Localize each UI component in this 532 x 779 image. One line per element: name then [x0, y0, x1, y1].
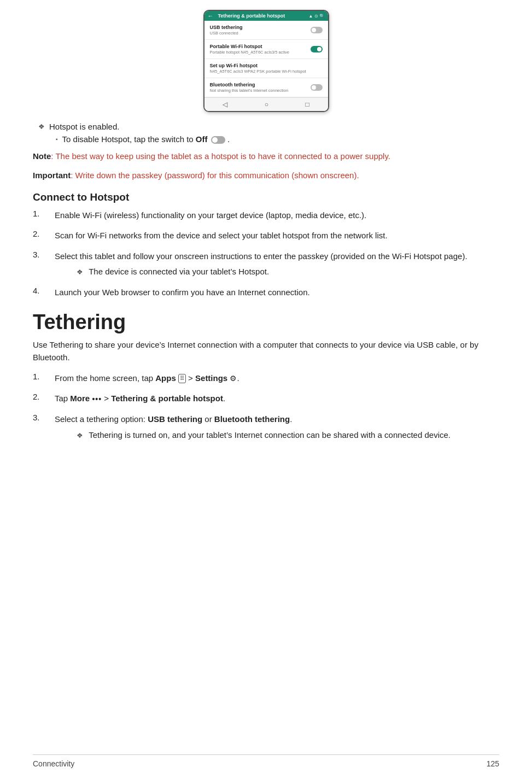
setup-hotspot-title: Set up Wi-Fi hotspot	[210, 63, 323, 68]
nav-recents-btn: □	[306, 101, 309, 108]
connect-to-hotspot-heading: Connect to Hotspot	[33, 191, 499, 203]
tethering-bullet-text: Tethering is turned on, and your tablet’…	[89, 430, 451, 440]
note-line: Note: The best way to keep using the tab…	[33, 150, 499, 163]
diamond-icon-3: ❖	[77, 431, 83, 440]
square-icon: ▪	[56, 136, 58, 142]
wifi-hotspot-toggle	[311, 46, 323, 52]
wifi-hotspot-subtitle: Portable hotspot N45_A5T6C acls3/5 activ…	[210, 50, 311, 55]
connect-step-4: 4. Launch your Web browser to confirm yo…	[33, 286, 499, 298]
usb-tethering-toggle	[311, 27, 323, 33]
phone-item-wifi-hotspot: Portable Wi-Fi hotspot Portable hotspot …	[204, 40, 328, 59]
toggle-off-inline-icon	[211, 136, 225, 144]
tethering-heading: Tethering	[33, 311, 499, 334]
step-text-3: Select this tablet and follow your onscr…	[55, 251, 467, 261]
phone-item-bluetooth: Bluetooth tethering Not sharing this tab…	[204, 78, 328, 97]
tethering-step-num-1: 1.	[33, 372, 55, 381]
step-num-4: 4.	[33, 286, 55, 295]
phone-item-usb-tethering: USB tethering USB connected	[204, 21, 328, 40]
disable-hotspot-text: To disable Hotspot, tap the switch to Of…	[62, 134, 230, 144]
footer-left: Connectivity	[33, 759, 74, 768]
phone-item-setup-hotspot: Set up Wi-Fi hotspot N45_A5T6C acls3 WPA…	[204, 59, 328, 78]
step-num-3: 3.	[33, 250, 55, 259]
step3-sub-bullet: ❖ The device is connected via your table…	[77, 267, 499, 276]
tethering-step-num-2: 2.	[33, 392, 55, 401]
wifi-hotspot-title: Portable Wi-Fi hotspot	[210, 44, 311, 49]
connect-step-1: 1. Enable Wi-Fi (wireless) functionality…	[33, 209, 499, 221]
search-icon: 🔍	[319, 14, 325, 19]
step-num-1: 1.	[33, 209, 55, 218]
phone-status-bar: ← Tethering & portable hotspot ▲ ⊙ 🔍	[204, 11, 328, 21]
bluetooth-title: Bluetooth tethering	[210, 82, 311, 87]
nav-home-btn: ○	[265, 101, 268, 108]
wifi-icon: ⊙	[314, 14, 318, 19]
phone-frame: ← Tethering & portable hotspot ▲ ⊙ 🔍 USB…	[203, 10, 329, 112]
important-label: Important	[33, 171, 71, 180]
tethering-step-num-3: 3.	[33, 413, 55, 422]
diamond-icon: ❖	[38, 122, 45, 131]
setup-hotspot-subtitle: N45_A5T6C acls3 WPA2 PSK portable Wi-Fi …	[210, 69, 323, 74]
nav-back-btn: ◁	[223, 101, 227, 108]
status-icons: ▲ ⊙ 🔍	[309, 14, 325, 19]
phone-screenshot-container: ← Tethering & portable hotspot ▲ ⊙ 🔍 USB…	[33, 10, 499, 112]
important-text: : Write down the passkey (password) for …	[71, 171, 359, 180]
note-text: : The best way to keep using the tablet …	[51, 151, 390, 161]
connect-steps-list: 1. Enable Wi-Fi (wireless) functionality…	[33, 209, 499, 298]
bluetooth-toggle	[311, 84, 323, 91]
tethering-step-text-2: Tap More ••• > Tethering & portable hots…	[55, 392, 499, 405]
settings-icon: ⚙	[230, 373, 237, 385]
phone-nav-bar: ◁ ○ □	[204, 97, 328, 111]
note-label: Note	[33, 151, 51, 161]
tethering-intro: Use Tethering to share your device’s Int…	[33, 338, 499, 364]
step3-bullet-text: The device is connected via your tablet’…	[89, 267, 269, 276]
important-line: Important: Write down the passkey (passw…	[33, 169, 499, 182]
step-text-1: Enable Wi-Fi (wireless) functionality on…	[55, 209, 499, 221]
phone-screen-title: Tethering & portable hotspot	[218, 13, 307, 19]
more-icon: •••	[92, 394, 102, 406]
page-footer: Connectivity 125	[33, 754, 499, 768]
step-text-2: Scan for Wi-Fi networks from the device …	[55, 229, 499, 242]
tethering-step-3: 3. Select a tethering option: USB tether…	[33, 413, 499, 441]
tethering-step-text-1: From the home screen, tap Apps ⠿ > Setti…	[55, 372, 499, 385]
disable-hotspot-bullet: ▪ To disable Hotspot, tap the switch to …	[56, 134, 499, 144]
apps-icon: ⠿	[178, 374, 186, 383]
step-text-4: Launch your Web browser to confirm you h…	[55, 286, 499, 298]
connect-step-2: 2. Scan for Wi-Fi networks from the devi…	[33, 229, 499, 242]
footer-right: 125	[487, 759, 499, 768]
step-num-2: 2.	[33, 229, 55, 238]
tethering-steps-list: 1. From the home screen, tap Apps ⠿ > Se…	[33, 372, 499, 442]
usb-tethering-title: USB tethering	[210, 25, 311, 30]
hotspot-enabled-text: Hotspot is enabled.	[49, 122, 119, 131]
back-arrow-icon: ←	[208, 13, 214, 19]
diamond-icon-2: ❖	[77, 268, 83, 276]
hotspot-enabled-section: ❖ Hotspot is enabled. ▪ To disable Hotsp…	[38, 122, 499, 144]
phone-body: USB tethering USB connected Portable Wi-…	[204, 21, 328, 97]
bluetooth-subtitle: Not sharing this tablet's Internet conne…	[210, 88, 311, 93]
hotspot-enabled-bullet: ❖ Hotspot is enabled.	[38, 122, 499, 131]
tethering-step3-sub-bullet: ❖ Tethering is turned on, and your table…	[77, 430, 499, 440]
signal-icon: ▲	[309, 14, 313, 19]
tethering-step-2: 2. Tap More ••• > Tethering & portable h…	[33, 392, 499, 405]
usb-tethering-subtitle: USB connected	[210, 31, 311, 36]
tethering-step-text-3: Select a tethering option: USB tethering…	[55, 414, 292, 424]
tethering-step-1: 1. From the home screen, tap Apps ⠿ > Se…	[33, 372, 499, 385]
connect-step-3: 3. Select this tablet and follow your on…	[33, 250, 499, 278]
